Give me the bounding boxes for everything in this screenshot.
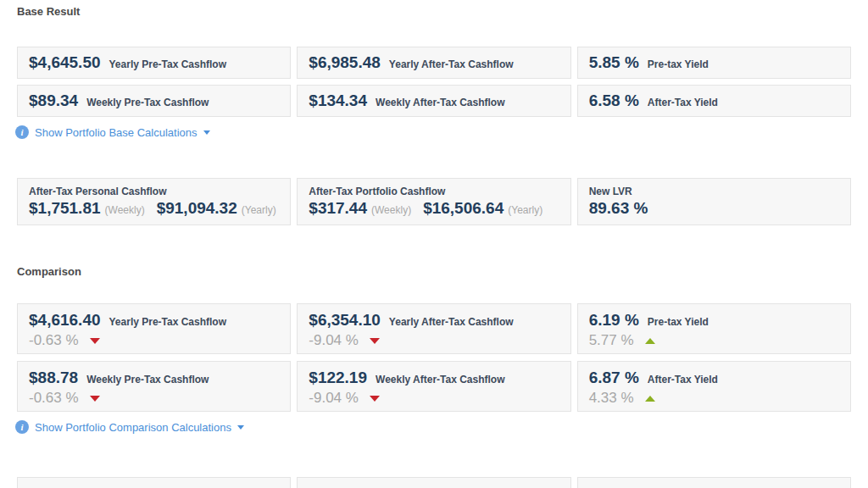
yearly-suffix: (Yearly) xyxy=(508,204,542,216)
metric-label: Yearly Pre-Tax Cashflow xyxy=(109,316,227,328)
summary-card-title: After-Tax Personal Cashflow xyxy=(29,186,279,198)
down-arrow-icon xyxy=(90,396,100,402)
metric-label: Weekly Pre-Tax Cashflow xyxy=(86,374,209,385)
summary-card-title: After-Tax Portfolio Cashflow xyxy=(309,186,559,198)
yearly-aftertax-cashflow-card: $6,985.48 Yearly After-Tax Cashflow xyxy=(297,47,570,79)
metric-value: 5.85 % xyxy=(589,47,639,78)
down-arrow-icon xyxy=(90,338,100,344)
weekly-suffix: (Weekly) xyxy=(105,204,145,216)
show-base-calculations-label: Show Portfolio Base Calculations xyxy=(35,126,198,139)
metric-label: Yearly After-Tax Cashflow xyxy=(389,58,514,70)
up-arrow-icon xyxy=(645,338,655,344)
yearly-suffix: (Yearly) xyxy=(242,204,276,216)
new-lvr-card: New LVR 89.63 % xyxy=(577,178,851,225)
metric-value: $134.34 xyxy=(309,86,367,116)
weekly-suffix: (Weekly) xyxy=(371,204,411,216)
summary-grid: After-Tax Personal Cashflow $1,751.81 (W… xyxy=(17,178,851,225)
show-comparison-calculations-label: Show Portfolio Comparison Calculations xyxy=(35,421,231,434)
metric-label: Weekly After-Tax Cashflow xyxy=(376,374,504,385)
down-arrow-icon xyxy=(370,338,380,344)
new-lvr-value: 89.63 % xyxy=(589,199,648,218)
change-percent: 5.77 % xyxy=(589,331,634,350)
metric-value: $88.78 xyxy=(29,368,78,388)
yearly-value: $91,094.32 xyxy=(157,199,237,218)
metric-label: Weekly Pre-Tax Cashflow xyxy=(86,97,209,108)
metric-value: $4,645.50 xyxy=(29,47,101,78)
metric-value: 6.87 % xyxy=(589,368,639,388)
metric-label: Pre-tax Yield xyxy=(648,58,709,70)
change-percent: 4.33 % xyxy=(589,389,634,408)
next-section-grid xyxy=(17,477,851,488)
metric-value: $122.19 xyxy=(309,368,367,388)
info-icon: i xyxy=(15,125,29,139)
metric-value: $6,985.48 xyxy=(309,47,381,78)
yearly-aftertax-cashflow-comparison-card: $6,354.10 Yearly After-Tax Cashflow -9.0… xyxy=(297,303,570,354)
clipped-card xyxy=(297,477,570,488)
comparison-heading: Comparison xyxy=(17,265,851,278)
base-result-heading: Base Result xyxy=(17,0,851,18)
metric-label: Weekly After-Tax Cashflow xyxy=(376,97,504,108)
aftertax-yield-comparison-card: 6.87 % After-Tax Yield 4.33 % xyxy=(577,361,851,412)
change-percent: -9.04 % xyxy=(309,389,359,408)
up-arrow-icon xyxy=(645,396,655,402)
metric-label: Yearly After-Tax Cashflow xyxy=(389,316,514,328)
aftertax-yield-card: 6.58 % After-Tax Yield xyxy=(577,85,851,117)
cashflow-results-page: Base Result $4,645.50 Yearly Pre-Tax Cas… xyxy=(0,0,868,488)
change-percent: -0.63 % xyxy=(29,331,79,350)
metric-label: After-Tax Yield xyxy=(648,97,718,108)
weekly-pretax-cashflow-card: $89.34 Weekly Pre-Tax Cashflow xyxy=(17,85,291,117)
yearly-pretax-cashflow-card: $4,645.50 Yearly Pre-Tax Cashflow xyxy=(17,47,291,79)
metric-value: $6,354.10 xyxy=(309,310,381,330)
metric-label: Yearly Pre-Tax Cashflow xyxy=(109,58,227,70)
caret-down-icon xyxy=(237,425,244,430)
yearly-value: $16,506.64 xyxy=(423,199,504,218)
pretax-yield-card: 5.85 % Pre-tax Yield xyxy=(577,47,851,79)
show-base-calculations-link[interactable]: i Show Portfolio Base Calculations xyxy=(15,125,210,139)
metric-value: $89.34 xyxy=(29,86,78,116)
metric-value: 6.19 % xyxy=(589,310,639,330)
clipped-card xyxy=(577,477,851,488)
weekly-aftertax-cashflow-comparison-card: $122.19 Weekly After-Tax Cashflow -9.04 … xyxy=(297,361,570,412)
metric-value: $4,616.40 xyxy=(29,310,101,330)
comparison-grid: $4,616.40 Yearly Pre-Tax Cashflow -0.63 … xyxy=(17,303,851,412)
yearly-pretax-cashflow-comparison-card: $4,616.40 Yearly Pre-Tax Cashflow -0.63 … xyxy=(17,303,291,354)
aftertax-personal-cashflow-card: After-Tax Personal Cashflow $1,751.81 (W… xyxy=(17,178,291,225)
weekly-pretax-cashflow-comparison-card: $88.78 Weekly Pre-Tax Cashflow -0.63 % xyxy=(17,361,291,412)
base-result-grid: $4,645.50 Yearly Pre-Tax Cashflow $6,985… xyxy=(17,47,851,117)
change-percent: -9.04 % xyxy=(309,331,359,350)
weekly-value: $1,751.81 xyxy=(29,199,101,218)
pretax-yield-comparison-card: 6.19 % Pre-tax Yield 5.77 % xyxy=(577,303,851,354)
weekly-value: $317.44 xyxy=(309,199,367,218)
metric-value: 6.58 % xyxy=(589,86,639,116)
summary-card-title: New LVR xyxy=(589,186,839,198)
clipped-card xyxy=(17,477,291,488)
down-arrow-icon xyxy=(370,396,380,402)
change-percent: -0.63 % xyxy=(29,389,79,408)
metric-label: Pre-tax Yield xyxy=(648,316,709,328)
info-icon: i xyxy=(15,420,29,434)
caret-down-icon xyxy=(203,130,210,135)
aftertax-portfolio-cashflow-card: After-Tax Portfolio Cashflow $317.44 (We… xyxy=(297,178,570,225)
weekly-aftertax-cashflow-card: $134.34 Weekly After-Tax Cashflow xyxy=(297,85,570,117)
show-comparison-calculations-link[interactable]: i Show Portfolio Comparison Calculations xyxy=(15,420,244,434)
metric-label: After-Tax Yield xyxy=(648,374,718,385)
